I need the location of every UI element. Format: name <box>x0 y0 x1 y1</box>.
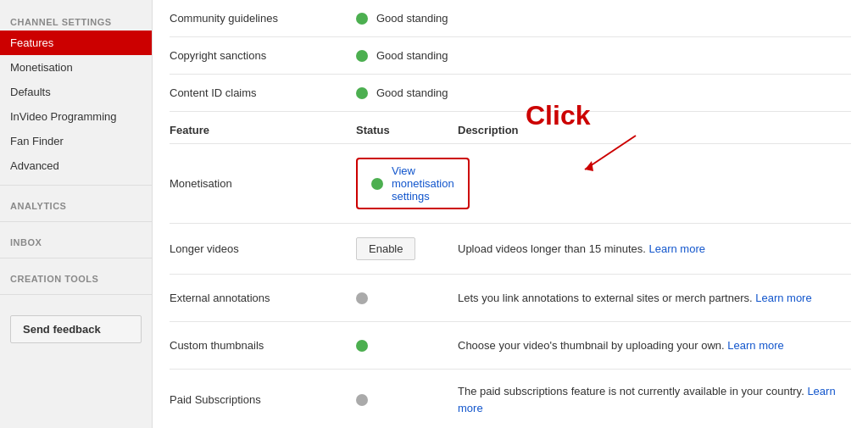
send-feedback-button[interactable]: Send feedback <box>10 315 142 343</box>
main-content: Community guidelines Good standing Copyr… <box>153 0 868 428</box>
external-annotations-status-cell <box>356 292 458 304</box>
copyright-sanctions-dot <box>356 50 368 62</box>
custom-thumbnails-dot <box>356 340 368 352</box>
external-annotations-learn-more-link[interactable]: Learn more <box>755 292 811 304</box>
content-id-claims-label: Content ID claims <box>170 86 356 99</box>
main-wrapper: Community guidelines Good standing Copyr… <box>153 0 868 428</box>
feature-table-header: Feature Status Description <box>170 112 851 144</box>
custom-thumbnails-label: Custom thumbnails <box>170 339 356 352</box>
custom-thumbnails-learn-more-link[interactable]: Learn more <box>727 339 783 352</box>
status-col-header: Status <box>356 124 458 136</box>
divider-2 <box>0 221 152 222</box>
channel-settings-section: CHANNEL SETTINGS <box>0 8 152 31</box>
content-id-claims-dot <box>356 87 368 99</box>
external-annotations-feature-row: External annotations Lets you link annot… <box>170 275 851 322</box>
longer-videos-status-cell: Enable <box>356 237 458 260</box>
monetisation-feature-row: Monetisation View monetisation settings <box>170 144 851 224</box>
content-id-claims-row: Content ID claims Good standing <box>170 75 851 112</box>
copyright-sanctions-row: Copyright sanctions Good standing <box>170 37 851 75</box>
custom-thumbnails-status-cell <box>356 340 458 352</box>
copyright-sanctions-label: Copyright sanctions <box>170 49 356 62</box>
community-guidelines-status: Good standing <box>376 12 448 25</box>
content-id-claims-status: Good standing <box>376 86 448 99</box>
monetisation-box[interactable]: View monetisation settings <box>356 158 470 209</box>
monetisation-status-cell: View monetisation settings <box>356 158 458 209</box>
monetisation-feature-label: Monetisation <box>170 177 356 190</box>
divider-4 <box>0 294 152 295</box>
copyright-sanctions-status: Good standing <box>376 49 448 62</box>
external-annotations-label: External annotations <box>170 292 356 304</box>
custom-thumbnails-feature-row: Custom thumbnails Choose your video's th… <box>170 322 851 370</box>
longer-videos-feature-row: Longer videos Enable Upload videos longe… <box>170 224 851 275</box>
inbox-section: INBOX <box>0 229 152 251</box>
external-annotations-desc: Lets you link annotations to external si… <box>458 290 851 307</box>
longer-videos-label: Longer videos <box>170 242 356 255</box>
enable-longer-videos-button[interactable]: Enable <box>356 237 415 260</box>
view-monetisation-settings-link[interactable]: View monetisation settings <box>392 164 454 203</box>
paid-subscriptions-label: Paid Subscriptions <box>170 393 356 406</box>
paid-subscriptions-desc: The paid subscriptions feature is not cu… <box>458 383 851 416</box>
sidebar-item-features[interactable]: Features <box>0 31 152 55</box>
longer-videos-desc: Upload videos longer than 15 minutes. Le… <box>458 241 851 258</box>
community-guidelines-dot <box>356 13 368 25</box>
divider-1 <box>0 185 152 186</box>
description-col-header: Description <box>458 124 851 136</box>
community-guidelines-label: Community guidelines <box>170 12 356 25</box>
feature-col-header: Feature <box>170 124 356 136</box>
community-guidelines-row: Community guidelines Good standing <box>170 0 851 37</box>
creation-tools-section: CREATION TOOLS <box>0 265 152 287</box>
sidebar-item-invideo[interactable]: InVideo Programming <box>0 104 152 129</box>
longer-videos-learn-more-link[interactable]: Learn more <box>649 242 705 255</box>
analytics-section: ANALYTICS <box>0 192 152 214</box>
divider-3 <box>0 258 152 258</box>
sidebar: CHANNEL SETTINGS Features Monetisation D… <box>0 0 153 428</box>
external-annotations-dot <box>356 292 368 304</box>
sidebar-item-defaults[interactable]: Defaults <box>0 80 152 104</box>
sidebar-item-fanfinder[interactable]: Fan Finder <box>0 129 152 153</box>
monetisation-dot <box>371 178 383 190</box>
paid-subscriptions-status-cell <box>356 394 458 406</box>
custom-thumbnails-desc: Choose your video's thumbnail by uploadi… <box>458 337 851 354</box>
sidebar-item-monetisation[interactable]: Monetisation <box>0 55 152 80</box>
paid-subscriptions-feature-row: Paid Subscriptions The paid subscription… <box>170 370 851 428</box>
paid-subscriptions-dot <box>356 394 368 406</box>
sidebar-item-advanced[interactable]: Advanced <box>0 153 152 178</box>
